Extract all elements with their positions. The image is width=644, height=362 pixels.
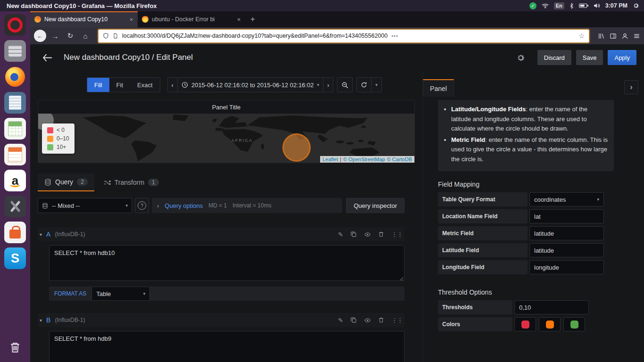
query-text-a[interactable]: SELECT * from hdb10 (49, 245, 405, 281)
dock-skype-icon[interactable]: S (4, 247, 26, 269)
back-arrow-button[interactable] (42, 54, 52, 62)
clock[interactable]: 3:07 PM (605, 2, 627, 9)
page-info-icon[interactable] (113, 33, 118, 39)
trash-icon[interactable] (378, 317, 384, 323)
edit-icon[interactable] (338, 231, 343, 238)
edit-icon[interactable] (338, 317, 343, 324)
time-shift-forward-button[interactable] (323, 77, 333, 92)
query-row-b: B (InfluxDB-1) SELECT * from hdb9 (38, 313, 415, 362)
bookmark-star-icon[interactable] (578, 32, 585, 40)
wifi-icon (542, 3, 549, 8)
query-options-row[interactable]: Query options MD = 1 Interval = 10ms (152, 198, 342, 213)
library-icon[interactable] (598, 33, 605, 40)
query-options-label[interactable]: Query options (165, 202, 203, 209)
trash-icon[interactable] (378, 231, 384, 238)
save-button[interactable]: Save (576, 50, 603, 65)
refresh-interval-dropdown[interactable] (371, 77, 382, 92)
forward-button[interactable] (49, 30, 61, 42)
clock-icon (182, 82, 188, 88)
help-term: Metric Field (451, 136, 485, 143)
url-overflow-icon[interactable] (391, 33, 398, 39)
display-mode-exact[interactable]: Exact (130, 78, 160, 92)
url-text[interactable]: localhost:3000/d/DQ6jZJaMz/new-dashboard… (122, 33, 388, 39)
menu-hamburger-icon[interactable] (633, 33, 640, 40)
browser-tab-docker[interactable]: ubuntu - Docker Error bi (138, 11, 245, 27)
time-shift-back-button[interactable] (167, 77, 178, 92)
query-inspector-button[interactable]: Query inspector (346, 198, 405, 213)
dock-libreoffice-calc-icon[interactable] (4, 118, 26, 140)
dashboard-settings-gear-icon[interactable] (516, 53, 525, 62)
browser-tab-grafana[interactable]: New dashboard Copy10 (30, 11, 138, 27)
drag-handle-icon[interactable] (391, 317, 403, 324)
display-mode-fit[interactable]: Fit (109, 78, 130, 92)
tab-query[interactable]: Query 2 (38, 173, 94, 191)
refresh-button[interactable] (356, 77, 372, 92)
datasource-help-button[interactable] (135, 198, 149, 213)
chevron-down-icon (317, 82, 319, 87)
color-picker-3[interactable] (563, 317, 585, 331)
dock-amazon-icon[interactable]: a (4, 170, 26, 191)
tab-transform[interactable]: Transform 1 (97, 173, 165, 191)
account-icon[interactable] (621, 33, 628, 40)
osm-link[interactable]: © OpenStreetMap (343, 156, 385, 162)
dock-firefox-icon[interactable] (4, 66, 26, 88)
color-swatch-orange[interactable] (546, 321, 554, 329)
dock-trash-icon[interactable] (4, 337, 26, 358)
tab-panel-options[interactable]: Panel (423, 79, 454, 97)
query-actions (338, 317, 403, 324)
location-name-field-input[interactable] (529, 209, 604, 223)
query-row-header[interactable]: A (InfluxDB-1) (38, 227, 405, 241)
color-swatch-green[interactable] (570, 321, 578, 329)
thresholds-input[interactable] (514, 300, 589, 314)
drag-handle-icon[interactable] (391, 231, 403, 238)
query-row-header[interactable]: B (InfluxDB-1) (38, 313, 405, 327)
collapse-pane-button[interactable] (624, 80, 638, 94)
time-range-button[interactable]: 2015-06-12 02:16:02 to 2015-06-12 02:16:… (177, 77, 323, 92)
datasource-picker[interactable]: -- Mixed -- (38, 198, 132, 213)
dock-libreoffice-impress-icon[interactable] (4, 144, 26, 165)
color-picker-2[interactable] (539, 317, 561, 331)
system-tray[interactable]: En 3:07 PM (529, 2, 639, 9)
dock-files-icon[interactable] (4, 40, 26, 62)
close-tab-icon[interactable] (237, 17, 241, 22)
dock-text-editor-icon[interactable] (4, 92, 26, 114)
collapse-chevron-icon[interactable] (40, 232, 42, 237)
reload-button[interactable] (64, 30, 76, 42)
table-query-format-select[interactable]: coordinates (529, 192, 604, 206)
duplicate-icon[interactable] (350, 231, 357, 238)
color-picker-1[interactable] (514, 317, 536, 331)
keyboard-layout-indicator[interactable]: En (554, 2, 564, 9)
zoom-out-button[interactable] (337, 77, 353, 92)
sidebar-toggle-icon[interactable] (610, 33, 617, 40)
field-row: Thresholds (438, 300, 614, 314)
dock-tweaks-icon[interactable] (4, 196, 26, 217)
carto-link[interactable]: © CartoDB (387, 156, 412, 162)
longitude-field-input[interactable] (529, 260, 604, 274)
query-text-b[interactable]: SELECT * from hdb9 (49, 331, 405, 362)
url-bar[interactable]: localhost:3000/d/DQ6jZJaMz/new-dashboard… (98, 29, 589, 43)
leaflet-link[interactable]: Leaflet (322, 156, 338, 162)
dock-app-icon[interactable] (4, 14, 26, 36)
dock-software-store-icon[interactable] (4, 222, 26, 243)
latitude-field-input[interactable] (529, 243, 604, 257)
disable-eye-icon[interactable] (364, 317, 371, 323)
disable-eye-icon[interactable] (364, 231, 371, 238)
display-mode-fill[interactable]: Fill (87, 78, 109, 92)
apply-button[interactable]: Apply (608, 50, 636, 65)
collapse-chevron-icon[interactable] (40, 318, 42, 323)
color-swatch-red[interactable] (521, 321, 529, 329)
metric-field-input[interactable] (529, 226, 604, 240)
query-actions (338, 231, 403, 238)
close-tab-icon[interactable] (130, 17, 133, 22)
home-button[interactable] (79, 30, 91, 42)
panel-title[interactable]: Panel Title (38, 100, 414, 114)
duplicate-icon[interactable] (350, 317, 357, 323)
format-as-select[interactable]: Table (91, 287, 150, 301)
new-tab-button[interactable] (245, 11, 260, 27)
panel-preview[interactable]: Panel Title (38, 100, 415, 163)
map-circle-marker[interactable] (282, 133, 311, 162)
back-button[interactable] (34, 30, 46, 42)
tracking-shield-icon[interactable] (103, 33, 109, 39)
worldmap-panel[interactable]: AFRICA < 0 0–10 (38, 114, 414, 163)
discard-button[interactable]: Discard (537, 50, 571, 65)
